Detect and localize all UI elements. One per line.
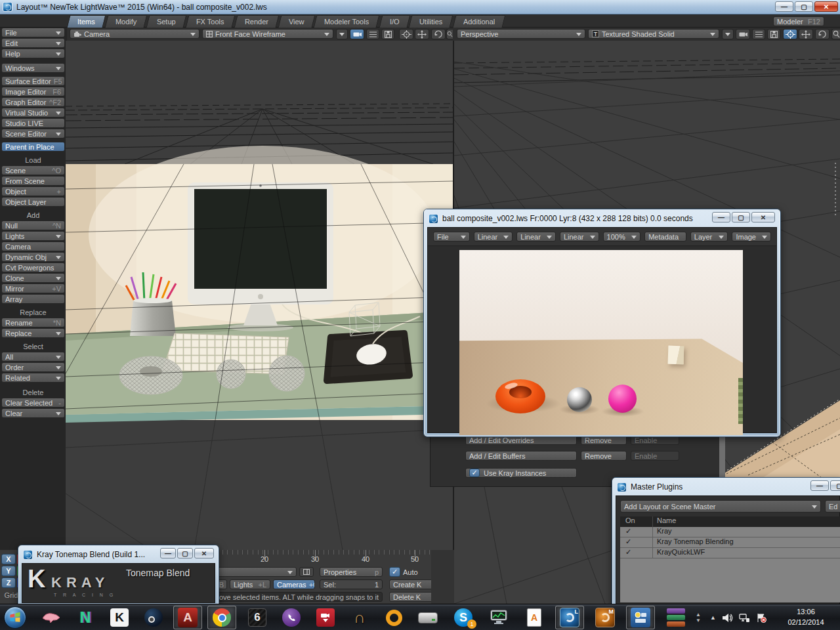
- minimize-button[interactable]: —: [775, 1, 793, 12]
- sidebar-add-array[interactable]: Array: [1, 294, 65, 304]
- left-list-button[interactable]: [366, 29, 379, 39]
- volume-icon[interactable]: [722, 613, 733, 623]
- plugin-row[interactable]: KrayQuickLWF: [620, 548, 840, 558]
- maximize-button[interactable]: ▢: [732, 212, 750, 222]
- sidebar-rename[interactable]: Rename*N: [1, 318, 65, 327]
- taskbar-autocad-app[interactable]: A: [173, 606, 202, 629]
- maximize-button[interactable]: ▢: [830, 480, 840, 491]
- sidebar-load-object[interactable]: Object+: [1, 186, 65, 196]
- tab-modify[interactable]: Modify: [105, 15, 148, 28]
- main-titlebar[interactable]: Layout™ NewTek LightWave™ 2015 (Win64) -…: [0, 0, 840, 14]
- action-center-flag-icon[interactable]: [756, 613, 766, 623]
- maximize-button[interactable]: ▢: [177, 548, 193, 558]
- maximize-button[interactable]: ▢: [795, 1, 813, 12]
- sidebar-clear[interactable]: Clear: [1, 408, 65, 418]
- taskbar-guerilla-app[interactable]: 6: [243, 606, 272, 629]
- taskbar-steam-app[interactable]: [139, 606, 168, 629]
- add-master-dropdown[interactable]: Add Layout or Scene Master: [620, 500, 821, 513]
- sidebar-studio-live[interactable]: Studio LIVE: [1, 118, 65, 128]
- properties-button[interactable]: Propertiesp: [320, 567, 383, 577]
- master-plugins-titlebar[interactable]: Master Plugins: [617, 481, 839, 493]
- tab-view[interactable]: View: [278, 15, 314, 28]
- rendered-image[interactable]: [459, 250, 743, 435]
- add-edit-buffers-button[interactable]: Add / Edit Buffers: [465, 451, 577, 461]
- minimize-button[interactable]: —: [160, 548, 176, 558]
- buffers-enable-button[interactable]: Enable: [631, 451, 679, 461]
- plugin-row[interactable]: Kray Tonemap Blending: [620, 537, 840, 548]
- tab-modeler-tools[interactable]: Modeler Tools: [314, 15, 380, 28]
- help-menu[interactable]: Help: [1, 49, 65, 58]
- taskbar-kray-app[interactable]: K: [105, 606, 134, 629]
- left-viewport-menu-arrow[interactable]: [336, 29, 348, 39]
- sidebar-replace[interactable]: Replace: [1, 328, 65, 338]
- create-key-button[interactable]: Create K: [389, 579, 431, 589]
- right-view-type-dropdown[interactable]: Perspective: [457, 29, 585, 39]
- sidebar-add-dynamic-obj[interactable]: Dynamic Obj: [1, 252, 65, 262]
- render-layer-dropdown[interactable]: Layer: [690, 232, 728, 242]
- sidebar-virtual-studio[interactable]: Virtual Studio: [1, 108, 65, 117]
- taskbar-lightwave-layout-app[interactable]: L: [555, 606, 584, 629]
- edit-button[interactable]: Ed: [825, 500, 840, 513]
- taskbar-video-app[interactable]: [311, 606, 340, 629]
- kray-tonemap-window[interactable]: Kray Tonemap Blend (Build 1... — ▢ ✕ K K…: [18, 545, 219, 607]
- auto-key-checkbox[interactable]: [389, 567, 400, 577]
- sidebar-add-null[interactable]: Null^N: [1, 220, 65, 230]
- sidebar-load-object-layer[interactable]: Object Layer: [1, 197, 65, 207]
- right-rotate-view-button[interactable]: [815, 29, 830, 39]
- plugin-enabled-check[interactable]: [620, 527, 653, 537]
- render-linear-dropdown-1[interactable]: Linear: [474, 232, 513, 242]
- sidebar-load-scene[interactable]: Scene^O: [1, 165, 65, 175]
- tab-additional[interactable]: Additional: [452, 15, 505, 28]
- taskbar-clock[interactable]: 13:06 02/12/2014: [778, 606, 834, 627]
- render-image-dropdown[interactable]: Image: [732, 232, 771, 242]
- minimize-button[interactable]: —: [810, 480, 829, 491]
- axis-z-button[interactable]: Z: [1, 578, 16, 588]
- windows-menu[interactable]: Windows: [1, 63, 65, 73]
- render-window[interactable]: ball composite_v002.lws Fr:0000 Lyr:8 (4…: [423, 209, 781, 437]
- taskbar-ring-app[interactable]: [379, 606, 408, 629]
- sidebar-add-camera[interactable]: Camera: [1, 242, 65, 251]
- sidebar-clear-selected[interactable]: Clear Selected-: [1, 398, 65, 408]
- hidden-icons-button[interactable]: ▲: [710, 614, 716, 621]
- tab-items[interactable]: Items: [67, 15, 106, 28]
- modeler-button[interactable]: ModelerF12: [773, 16, 824, 26]
- tab-io[interactable]: I/O: [379, 15, 410, 28]
- right-zoom-button[interactable]: [831, 29, 840, 39]
- tab-fx-tools[interactable]: FX Tools: [186, 15, 235, 28]
- left-center-item-button[interactable]: [399, 29, 413, 39]
- start-button[interactable]: [4, 606, 26, 629]
- sidebar-graph-editor[interactable]: Graph Editor^F2: [1, 97, 65, 107]
- cameras-button[interactable]: Cameras+C: [273, 579, 315, 589]
- right-shading-dropdown[interactable]: T Textured Shaded Solid: [588, 29, 719, 39]
- tab-utilities[interactable]: Utilities: [409, 15, 453, 28]
- taskbar-arch-app[interactable]: ∩: [345, 606, 374, 629]
- sidebar-select-order[interactable]: Order: [1, 362, 65, 372]
- axis-x-button[interactable]: X: [1, 554, 16, 564]
- left-zoom-button[interactable]: [446, 29, 453, 39]
- render-zoom-dropdown[interactable]: 100%: [603, 232, 641, 242]
- render-linear-dropdown-3[interactable]: Linear: [560, 232, 599, 242]
- plugin-enabled-check[interactable]: [620, 537, 653, 547]
- left-camera-view-button[interactable]: [350, 29, 364, 39]
- render-file-dropdown[interactable]: File: [433, 232, 470, 242]
- buffers-remove-button[interactable]: Remove: [581, 451, 627, 461]
- use-kray-instances-toggle[interactable]: Use Kray Instances: [465, 468, 577, 478]
- right-save-button[interactable]: [767, 29, 780, 39]
- camera-viewport[interactable]: [66, 41, 453, 550]
- lights-button[interactable]: Lights+L: [230, 579, 270, 589]
- sidebar-surface-editor[interactable]: Surface EditorF5: [1, 76, 65, 86]
- close-button[interactable]: ✕: [751, 212, 775, 222]
- taskbar-skype-app[interactable]: S 1: [449, 606, 478, 629]
- instances-checkbox[interactable]: [469, 469, 480, 477]
- close-button[interactable]: ✕: [194, 548, 214, 558]
- render-metadata-button[interactable]: Metadata: [644, 232, 686, 242]
- sidebar-add-lights[interactable]: Lights: [1, 231, 65, 241]
- left-move-view-button[interactable]: [415, 29, 429, 39]
- sidebar-select-related[interactable]: Related: [1, 373, 65, 383]
- sidebar-add-clone[interactable]: Clone: [1, 273, 65, 283]
- sidebar-scene-editor[interactable]: Scene Editor: [1, 129, 65, 138]
- left-save-button[interactable]: [381, 29, 394, 39]
- plugin-enabled-check[interactable]: [620, 548, 653, 558]
- left-rotate-view-button[interactable]: [431, 29, 446, 39]
- network-icon[interactable]: [739, 613, 750, 623]
